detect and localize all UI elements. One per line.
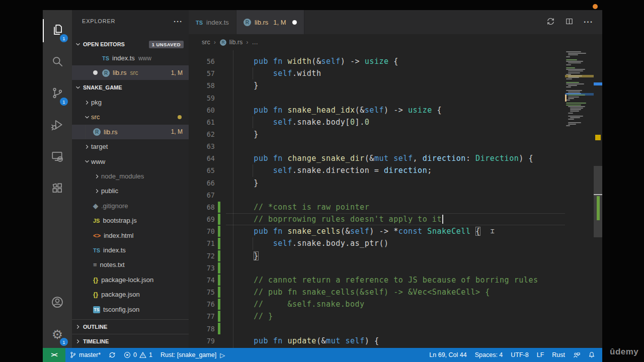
code-line[interactable]: 56 pub fn width(&self) -> usize { (189, 55, 565, 67)
minimap-change-marker (565, 95, 567, 102)
minimap-line (568, 85, 577, 86)
tree-label: lib.rs (104, 128, 117, 136)
code-text: pub fn snake_head_idx(&self) -> usize { (234, 106, 442, 115)
tree-item-target[interactable]: target (72, 139, 189, 154)
tree-item-pkg[interactable]: pkg (72, 95, 189, 110)
activity-extensions-icon[interactable] (43, 173, 72, 205)
feedback-button[interactable] (569, 348, 584, 362)
activity-run-debug-icon[interactable] (43, 110, 72, 141)
tree-item-node_modules[interactable]: node_modules (72, 169, 189, 184)
code-line[interactable]: 59 (189, 92, 565, 104)
code-token: 0 (350, 118, 355, 127)
activity-settings-gear-icon[interactable]: ⚙1 (43, 319, 72, 350)
tree-item-www[interactable]: www (72, 154, 189, 169)
code-line[interactable]: 64 pub fn change_snake_dir(&mut self, di… (189, 152, 565, 164)
activity-search-icon[interactable] (43, 47, 72, 78)
activity-files-icon[interactable]: 1 (43, 15, 72, 46)
sync-changes-button[interactable] (105, 348, 120, 362)
git-branch-status[interactable]: master* (65, 348, 105, 362)
open-editor-index.ts[interactable]: TSindex.tswww (72, 51, 189, 65)
tree-item-notes.txt[interactable]: ≡notes.txt (72, 257, 189, 272)
cursor-position-status[interactable]: Ln 69, Col 44 (425, 348, 470, 362)
open-editors-header[interactable]: OPEN EDITORS 1 UNSAVED (72, 38, 189, 50)
language-mode-status[interactable]: Rust (548, 348, 569, 362)
code-token: direction (423, 154, 466, 163)
code-line[interactable]: 62 } (189, 128, 565, 140)
activity-source-control-icon[interactable]: 1 (43, 78, 72, 110)
tree-label: public (101, 187, 118, 195)
code-text: // cannot return a reference to JS becau… (234, 276, 538, 285)
split-editor-icon[interactable] (565, 17, 574, 28)
code-text: pub fn width(&self) -> usize { (234, 57, 398, 66)
code-line[interactable]: 61 self.snake.body[0].0 (189, 116, 565, 128)
line-number: 58 (189, 81, 215, 89)
code-line[interactable]: 73 (189, 262, 565, 274)
code-line[interactable]: 78 (189, 322, 565, 334)
code-line[interactable]: 71 self.snake.body.as_ptr() (189, 237, 565, 249)
open-editor-lib.rs[interactable]: Rlib.rssrc1, M (72, 65, 189, 80)
code-line[interactable]: 70 pub fn snake_cells(&self) -> *const S… (189, 225, 565, 237)
tree-item-index.html[interactable]: <>index.html (72, 228, 189, 243)
code-line[interactable]: 77 // } (189, 310, 565, 322)
breadcrumb-item-symbol[interactable]: … (252, 39, 258, 46)
tree-item-.gitignore[interactable]: ◆.gitignore (72, 199, 189, 213)
code-token: // boprrowing rules doesn't apply to it (254, 215, 442, 224)
tree-item-lib.rs[interactable]: Rlib.rs1, M (72, 125, 189, 139)
tree-label: node_modules (101, 172, 144, 180)
encoding-status[interactable]: UTF-8 (507, 348, 532, 362)
breadcrumb-item-src[interactable]: src (202, 39, 210, 46)
code-line[interactable]: 76 // &self.snake.body (189, 298, 565, 310)
code-line[interactable]: 79 pub fn update(&mut self) { (189, 335, 565, 347)
project-root-header[interactable]: SNAKE_GAME (72, 80, 189, 95)
tree-item-package-lock.json[interactable]: {}package-lock.json (72, 273, 189, 287)
synchronize-changes-icon[interactable] (546, 17, 555, 28)
eol-status[interactable]: LF (533, 348, 548, 362)
tree-item-bootstrap.js[interactable]: JSbootstrap.js (72, 213, 189, 228)
indentation-status[interactable]: Spaces: 4 (471, 348, 507, 362)
code-line[interactable]: 65 self.snake.direction = direction; (189, 164, 565, 176)
tree-item-public[interactable]: public (72, 184, 189, 198)
file-icon-txt: ≡ (93, 261, 100, 268)
code-line[interactable]: 67 (189, 189, 565, 201)
notifications-button[interactable] (584, 348, 599, 362)
breadcrumb-item-librs[interactable]: lib.rs (229, 39, 243, 46)
code-line[interactable]: 66 } (189, 177, 565, 189)
code-line[interactable]: 74 // cannot return a reference to JS be… (189, 274, 565, 286)
overview-ruler-scrollbar[interactable] (594, 50, 602, 348)
code-line[interactable]: 72 } (189, 250, 565, 262)
timeline-section-header[interactable]: TIMELINE (72, 334, 189, 348)
minimap-line (566, 61, 583, 62)
problems-status[interactable]: 0 1 (120, 348, 156, 362)
minimap-line (566, 125, 570, 126)
code-editor[interactable]: 56 pub fn width(&self) -> usize {57 self… (189, 50, 602, 348)
code-token: const (398, 227, 423, 236)
tree-item-tsconfig.json[interactable]: TStsconfig.json (72, 302, 189, 317)
more-actions-icon[interactable]: ··· (584, 18, 593, 27)
tree-item-index.ts[interactable]: TSindex.ts (72, 243, 189, 257)
indent-guide (253, 67, 253, 79)
minimap[interactable] (565, 50, 594, 348)
activity-account-icon[interactable] (43, 288, 72, 319)
line-number: 73 (189, 264, 215, 272)
code-line[interactable]: 69 // boprrowing rules doesn't apply to … (189, 213, 565, 225)
remote-indicator-icon[interactable]: >< (43, 348, 65, 362)
tab-index.ts[interactable]: TSindex.ts (189, 10, 236, 34)
chevron-right-icon (93, 172, 101, 180)
tree-item-src[interactable]: src (72, 110, 189, 124)
code-token: pub fn (254, 106, 287, 115)
code-line[interactable]: 68 // *const is raw pointer (189, 201, 565, 213)
code-line[interactable]: 75 // pub fn snake_cells(&self) -> &Vec<… (189, 286, 565, 298)
explorer-more-actions-icon[interactable]: ··· (174, 17, 183, 26)
code-line[interactable]: 60 pub fn snake_head_idx(&self) -> usize… (189, 104, 565, 116)
code-line[interactable]: 63 (189, 140, 565, 152)
tab-bar: TSindex.tsRlib.rs1, M··· (189, 10, 602, 34)
activity-remote-explorer-icon[interactable] (43, 142, 72, 173)
tree-item-package.json[interactable]: {}package.json (72, 287, 189, 302)
code-line[interactable]: 58 } (189, 79, 565, 92)
rust-task-status[interactable]: Rust: [snake_game] ▷ (156, 348, 229, 362)
tab-lib.rs[interactable]: Rlib.rs1, M (236, 10, 304, 34)
minimap-line (568, 97, 579, 98)
outline-section-header[interactable]: OUTLINE (72, 319, 189, 333)
code-line[interactable]: 57 self.width (189, 67, 565, 79)
code-text: // boprrowing rules doesn't apply to it (234, 215, 443, 224)
